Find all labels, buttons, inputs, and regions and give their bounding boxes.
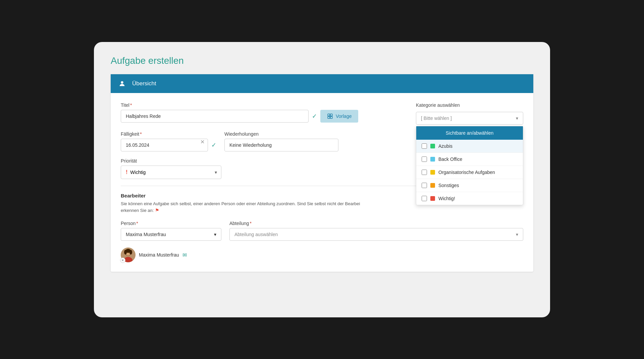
list-item[interactable]: Back Office (416, 153, 523, 166)
person-value: Maxima Musterfrau (126, 232, 166, 237)
back-office-color (430, 157, 435, 162)
vorlage-label: Vorlage (336, 114, 352, 119)
assignee-tag: ✕ Maxima Musterfrau ✉ (121, 248, 523, 262)
kategorie-placeholder: [ Bitte wählen ] (421, 116, 452, 121)
titel-row: Titel* Halbjahres Rede ✓ Vorl (121, 102, 523, 125)
azubis-checkbox[interactable] (422, 143, 427, 149)
prioritaet-chevron-icon: ▾ (215, 170, 217, 175)
avatar-remove-button[interactable]: ✕ (120, 258, 125, 263)
kategorie-chevron-icon: ▾ (516, 116, 518, 121)
titel-group: Titel* Halbjahres Rede ✓ Vorl (121, 102, 408, 123)
kategorie-select[interactable]: [ Bitte wählen ] ▾ (416, 112, 523, 125)
person-required: * (136, 221, 138, 226)
svg-rect-1 (328, 114, 330, 116)
list-item[interactable]: Sonstiges (416, 179, 523, 192)
list-item[interactable]: Wichtig! (416, 192, 523, 205)
org-aufgaben-color (430, 170, 435, 175)
wichtig-checkbox[interactable] (422, 196, 427, 201)
prioritaet-select[interactable]: ! Wichtig ▾ (121, 166, 221, 179)
card-header-label: Übersicht (132, 80, 156, 87)
toggle-all-button[interactable]: Sichtbare an/abwählen (416, 126, 523, 140)
azubis-color (430, 144, 435, 148)
svg-rect-2 (330, 114, 332, 116)
page-title: Aufgabe erstellen (111, 55, 533, 66)
flag-icon: ⚑ (155, 207, 159, 214)
abteilung-required: * (250, 221, 251, 226)
abteilung-group: Abteilung* Abteilung auswählen ▾ (229, 221, 523, 241)
titel-label: Titel* (121, 102, 408, 108)
svg-rect-4 (330, 116, 332, 118)
assignee-name: Maxima Musterfrau (139, 252, 179, 258)
abteilung-chevron-icon: ▾ (516, 232, 518, 237)
faelligkeit-label: Fälligkeit* (121, 131, 216, 137)
kategorie-label: Kategorie auswählen (416, 102, 523, 108)
titel-required: * (130, 102, 132, 108)
titel-check-icon: ✓ (312, 113, 317, 120)
sonstiges-label: Sonstiges (438, 183, 459, 188)
faelligkeit-input-wrap: 16.05.2024 ✕ ✓ (121, 139, 216, 151)
card-header: Übersicht (111, 74, 533, 93)
azubis-label: Azubis (438, 143, 452, 149)
wichtig-color (430, 196, 435, 201)
header-person-icon (117, 79, 127, 88)
back-office-checkbox[interactable] (422, 156, 427, 162)
sonstiges-color (430, 183, 435, 188)
abteilung-label: Abteilung* (229, 221, 523, 226)
svg-point-0 (121, 81, 123, 83)
person-label: Person* (121, 221, 221, 226)
list-item[interactable]: Azubis (416, 140, 523, 153)
kategorie-group: Kategorie auswählen [ Bitte wählen ] ▾ S… (416, 102, 523, 125)
faelligkeit-required: * (140, 131, 142, 137)
titel-input[interactable]: Halbjahres Rede (121, 110, 309, 123)
vorlage-button[interactable]: Vorlage (320, 110, 358, 123)
prioritaet-value: Wichtig (130, 170, 146, 175)
wiederholungen-input[interactable]: Keine Wiederholung (224, 139, 338, 151)
list-item[interactable]: Organisatorische Aufgaben (416, 166, 523, 179)
person-group: Person* Maxima Musterfrau ▾ (121, 221, 221, 241)
date-wrap: 16.05.2024 ✕ (121, 139, 208, 151)
main-card: Übersicht Titel* Halbjahres Rede ✓ (111, 74, 533, 272)
vorlage-icon (327, 113, 333, 119)
person-abteilung-row: Person* Maxima Musterfrau ▾ Abteilung* A… (121, 221, 523, 241)
org-aufgaben-checkbox[interactable] (422, 170, 427, 175)
person-chevron-icon: ▾ (214, 232, 216, 237)
abteilung-placeholder: Abteilung auswählen (234, 232, 278, 237)
card-body: Titel* Halbjahres Rede ✓ Vorl (111, 93, 533, 272)
svg-point-10 (124, 250, 127, 255)
prioritaet-group: Priorität ! Wichtig ▾ (121, 158, 221, 179)
priority-exclaim-icon: ! (126, 169, 127, 175)
org-aufgaben-label: Organisatorische Aufgaben (438, 170, 495, 175)
faelligkeit-clear-icon[interactable]: ✕ (200, 139, 205, 145)
email-icon: ✉ (182, 252, 187, 258)
kategorie-dropdown: Sichtbare an/abwählen Azubis Back Office (416, 126, 523, 205)
abteilung-select[interactable]: Abteilung auswählen ▾ (229, 228, 523, 241)
back-office-label: Back Office (438, 156, 462, 162)
titel-input-wrap: Halbjahres Rede ✓ Vorlage (121, 110, 408, 123)
person-select[interactable]: Maxima Musterfrau ▾ (121, 228, 221, 241)
prioritaet-label: Priorität (121, 158, 221, 164)
wichtig-label: Wichtig! (438, 196, 455, 201)
avatar-wrap: ✕ (121, 248, 136, 262)
sonstiges-checkbox[interactable] (422, 183, 427, 188)
svg-point-11 (129, 250, 132, 255)
faelligkeit-group: Fälligkeit* 16.05.2024 ✕ ✓ (121, 131, 216, 151)
svg-rect-3 (328, 116, 330, 118)
faelligkeit-check-icon: ✓ (211, 141, 216, 149)
faelligkeit-input[interactable]: 16.05.2024 (121, 139, 208, 151)
